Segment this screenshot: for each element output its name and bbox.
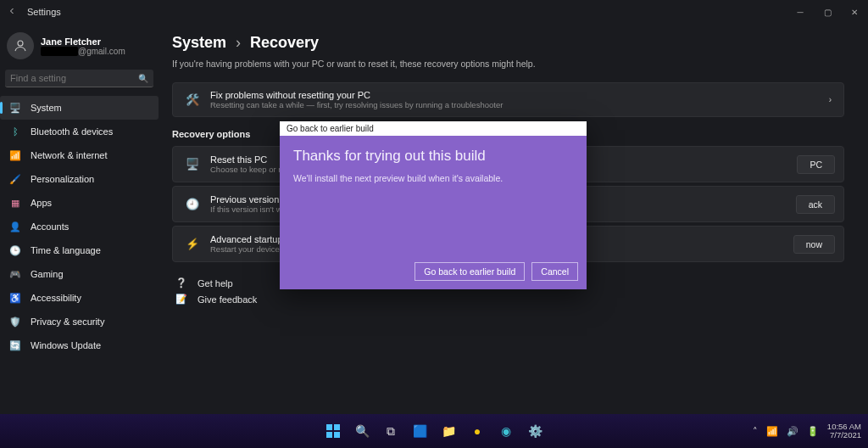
nav-network-internet[interactable]: 📶Network & internet [0, 143, 159, 167]
breadcrumb-root[interactable]: System [172, 34, 226, 51]
svg-rect-4 [334, 432, 340, 438]
file-explorer[interactable]: 📁 [438, 421, 459, 441]
troubleshoot-sub: Resetting can take a while — first, try … [210, 100, 503, 109]
nav-icon: ♿ [8, 291, 22, 305]
tray-chevron[interactable]: ˄ [753, 426, 758, 437]
card-icon: 🕘 [183, 195, 202, 214]
nav-icon: 📶 [8, 148, 22, 162]
card-action-button[interactable]: PC [797, 155, 835, 174]
nav-personalization[interactable]: 🖌️Personalization [0, 167, 159, 191]
nav-label: Personalization [31, 174, 94, 184]
nav-label: Gaming [31, 269, 64, 279]
go-back-button[interactable]: Go back to earlier build [415, 262, 525, 281]
svg-point-0 [18, 41, 23, 46]
nav-system[interactable]: 🖥️System [0, 96, 159, 120]
cancel-button[interactable]: Cancel [531, 262, 578, 281]
help-icon: ❔ [175, 277, 189, 288]
nav-icon: 👤 [8, 220, 22, 233]
nav-label: Network & internet [31, 150, 107, 160]
volume-icon[interactable]: 🔊 [787, 426, 798, 437]
edge[interactable]: ◉ [496, 421, 516, 441]
card-icon: ⚡ [183, 235, 202, 254]
dialog-heading: Thanks for trying out this build [293, 148, 573, 165]
svg-rect-1 [326, 424, 332, 430]
chrome[interactable]: ● [467, 421, 487, 441]
nav-label: Windows Update [31, 340, 101, 350]
nav-accounts[interactable]: 👤Accounts [0, 215, 159, 238]
page-description: If you're having problems with your PC o… [172, 59, 844, 69]
nav-icon: ▦ [8, 196, 22, 210]
troubleshoot-card[interactable]: 🛠️ Fix problems without resetting your P… [172, 82, 844, 117]
start-button[interactable] [323, 421, 343, 441]
search-icon: 🔍 [138, 74, 148, 83]
wrench-icon: 🛠️ [183, 91, 202, 109]
clock[interactable]: 10:56 AM 7/7/2021 [827, 423, 861, 440]
search-input[interactable] [10, 73, 138, 83]
go-back-dialog: Go back to earlier build Thanks for tryi… [280, 121, 587, 289]
nav-icon: 🖥️ [8, 101, 22, 115]
nav-icon: ᛒ [8, 125, 22, 138]
nav-label: Privacy & security [31, 316, 104, 327]
nav-apps[interactable]: ▦Apps [0, 191, 159, 215]
nav-bluetooth-devices[interactable]: ᛒBluetooth & devices [0, 120, 159, 143]
nav-gaming[interactable]: 🎮Gaming [0, 262, 159, 286]
back-button[interactable] [5, 6, 19, 18]
chevron-right-icon: › [829, 95, 832, 104]
nav-privacy-security[interactable]: 🛡️Privacy & security [0, 310, 159, 333]
dialog-body: We'll install the next preview build whe… [293, 173, 573, 183]
card-icon: 🖥️ [183, 155, 202, 174]
nav-label: System [31, 103, 62, 113]
breadcrumb-leaf: Recovery [250, 34, 319, 51]
feedback-icon: 📝 [175, 294, 189, 305]
nav-icon: 🕒 [8, 244, 22, 257]
nav-label: Bluetooth & devices [31, 126, 113, 137]
give-feedback-link[interactable]: 📝 Give feedback [175, 294, 844, 305]
nav-label: Apps [31, 198, 52, 208]
chevron-right-icon: › [236, 34, 241, 51]
profile-email: xxxxxxxx@gmail.com [41, 47, 125, 56]
avatar [7, 32, 34, 59]
nav-icon: 🛡️ [8, 315, 22, 328]
window-title: Settings [27, 7, 61, 17]
nav-windows-update[interactable]: 🔄Windows Update [0, 333, 159, 357]
widgets[interactable]: 🟦 [409, 421, 430, 441]
close-button[interactable]: ✕ [841, 0, 868, 24]
settings-taskbar[interactable]: ⚙️ [525, 421, 545, 441]
troubleshoot-title: Fix problems without resetting your PC [210, 90, 503, 100]
battery-icon[interactable]: 🔋 [807, 426, 819, 437]
minimize-button[interactable]: ─ [787, 0, 814, 24]
profile-block[interactable]: Jane Fletcher xxxxxxxx@gmail.com [7, 32, 159, 59]
nav-label: Time & language [31, 245, 101, 255]
breadcrumb: System › Recovery [172, 34, 844, 52]
nav-icon: 🔄 [8, 339, 22, 352]
wifi-icon[interactable]: 📶 [766, 426, 778, 437]
nav-icon: 🎮 [8, 267, 22, 281]
card-action-button[interactable]: ack [796, 195, 835, 214]
nav-label: Accessibility [31, 293, 81, 303]
taskbar: 🔍 ⧉ 🟦 📁 ● ◉ ⚙️ ˄ 📶 🔊 🔋 10:56 AM 7/7/2021 [0, 414, 868, 448]
svg-rect-2 [334, 424, 340, 430]
nav-icon: 🖌️ [8, 172, 22, 186]
nav-time-language[interactable]: 🕒Time & language [0, 238, 159, 262]
nav-label: Accounts [31, 221, 69, 232]
task-view[interactable]: ⧉ [381, 421, 401, 441]
maximize-button[interactable]: ▢ [814, 0, 841, 24]
search-box[interactable]: 🔍 [5, 70, 153, 87]
profile-name: Jane Fletcher [41, 36, 125, 47]
dialog-titlebar: Go back to earlier build [280, 121, 587, 136]
svg-rect-3 [326, 432, 332, 438]
card-action-button[interactable]: now [793, 235, 835, 254]
taskbar-search[interactable]: 🔍 [352, 421, 372, 441]
nav-accessibility[interactable]: ♿Accessibility [0, 286, 159, 310]
